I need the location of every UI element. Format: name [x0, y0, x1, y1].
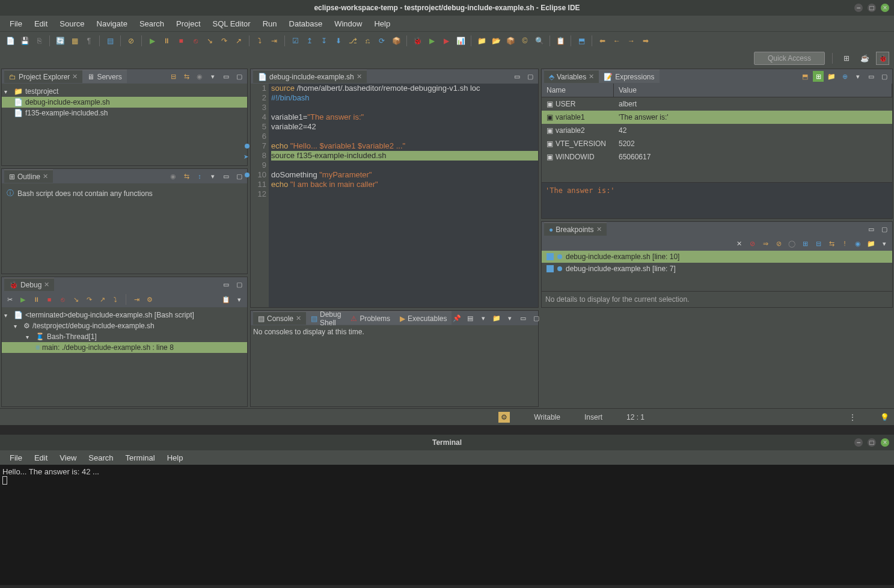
sync-icon[interactable]: ↕ [194, 171, 205, 182]
maximize-icon[interactable]: ▢ [525, 71, 536, 82]
menu-project[interactable]: Project [171, 17, 205, 31]
variable-row[interactable]: ▣WINDOWID 65060617 [542, 150, 892, 164]
expand-icon[interactable]: ⊞ [800, 238, 810, 249]
filter-icon[interactable]: ◉ [853, 238, 863, 249]
commit-icon[interactable]: ☑ [289, 34, 302, 47]
debug-perspective-icon[interactable]: 🐞 [876, 52, 889, 65]
pin-icon[interactable]: 📌 [452, 313, 462, 323]
file-node-2[interactable]: 📄 f135-example-included.sh [2, 108, 247, 118]
code-editor[interactable]: 1 2 3 4 5 6 7 ➤8 9 10 11 12 source /home… [251, 84, 538, 307]
checkbox-icon[interactable] [547, 253, 554, 260]
back-history-icon[interactable]: ← [610, 34, 623, 47]
profile-icon[interactable]: 📊 [454, 34, 467, 47]
open-perspective-icon[interactable]: ⊞ [840, 52, 853, 65]
disable-icon[interactable]: ◯ [786, 238, 797, 249]
maximize-button[interactable]: □ [868, 4, 876, 12]
script-icon[interactable]: ▤ [103, 34, 117, 47]
menu-source[interactable]: Source [55, 17, 89, 31]
forward-icon[interactable]: → [625, 34, 638, 47]
close-icon[interactable]: ✕ [44, 281, 49, 289]
ext-run-icon[interactable]: ▶ [439, 34, 453, 47]
debug-last-icon[interactable]: 📋 [221, 294, 231, 305]
terminate-icon[interactable]: ■ [174, 34, 188, 47]
menu-database[interactable]: Database [284, 17, 328, 31]
remove-terminated-icon[interactable]: ✂ [4, 294, 15, 305]
resume-icon[interactable]: ▶ [17, 294, 28, 305]
close-icon[interactable]: ✕ [43, 173, 48, 180]
step-return-icon[interactable]: ↗ [97, 294, 108, 305]
suspend-icon[interactable]: ⏸ [160, 34, 173, 47]
drop-frame-icon[interactable]: ⤵ [110, 294, 121, 305]
para-icon[interactable]: ¶ [82, 34, 96, 47]
menu-navigate[interactable]: Navigate [92, 17, 132, 31]
rebase-icon[interactable]: ⟳ [375, 34, 388, 47]
branch-icon[interactable]: ⎇ [346, 34, 360, 47]
minimize-icon[interactable]: ▭ [221, 279, 231, 290]
term-menu-edit[interactable]: Edit [29, 451, 52, 465]
step-return-icon[interactable]: ↗ [232, 34, 245, 47]
switch-icon[interactable]: 🔄 [54, 34, 67, 47]
back-icon[interactable]: ⬅ [596, 34, 609, 47]
executables-tab[interactable]: ▶ Executables [395, 311, 452, 325]
filters-icon[interactable]: ⚙ [144, 294, 155, 305]
link-icon[interactable]: ⇆ [826, 238, 837, 249]
step-into-icon[interactable]: ↘ [203, 34, 216, 47]
stash-icon[interactable]: 📦 [390, 34, 403, 47]
collapse-icon[interactable]: ⊟ [813, 238, 824, 249]
view-menu-icon[interactable]: ▾ [879, 238, 890, 249]
build-icon[interactable]: ▦ [68, 34, 81, 47]
chevron-down-icon[interactable]: ▾ [4, 312, 11, 319]
menu-edit[interactable]: Edit [29, 17, 52, 31]
debug-tab[interactable]: 🐞 Debug ✕ [4, 278, 54, 291]
project-explorer-tab[interactable]: 🗀 Project Explorer ✕ [4, 70, 82, 83]
remove-all-icon[interactable]: ⊘ [747, 238, 758, 249]
open-task-icon[interactable]: 📋 [554, 34, 567, 47]
chevron-down-icon[interactable]: ▾ [4, 88, 11, 95]
chevron-down-icon[interactable]: ▾ [26, 334, 33, 340]
close-button[interactable]: × [881, 4, 889, 12]
term-menu-help[interactable]: Help [162, 451, 188, 465]
terminal-maximize-button[interactable]: □ [868, 438, 876, 447]
step-over-icon[interactable]: ↷ [218, 34, 231, 47]
menu-run[interactable]: Run [258, 17, 282, 31]
breakpoint-row[interactable]: debug-include-example.sh [line: 10] [542, 251, 892, 263]
maximize-icon[interactable]: ▢ [234, 279, 245, 290]
close-icon[interactable]: ✕ [589, 73, 594, 81]
focus-icon[interactable]: ◉ [168, 171, 179, 182]
debug-shell-tab[interactable]: ▤ Debug Shell [306, 311, 346, 325]
minimize-button[interactable]: − [854, 4, 863, 12]
debug-terminated-node[interactable]: ▾ 📄 <terminated>debug-include-example.sh… [2, 310, 247, 320]
disconnect-icon[interactable]: ⎋ [57, 294, 68, 305]
goto-icon[interactable]: ⇒ [760, 238, 771, 249]
suspend-icon[interactable]: ⏸ [31, 294, 41, 305]
variable-row[interactable]: ▣variable2 42 [542, 124, 892, 137]
variable-row[interactable]: ▣variable1 'The answer is:' [542, 111, 892, 124]
open-console-icon[interactable]: 📁 [491, 313, 502, 323]
variable-row[interactable]: ▣VTE_VERSION 5202 [542, 137, 892, 150]
maximize-icon[interactable]: ▢ [234, 71, 245, 82]
project-node[interactable]: ▾ 📁 testproject [2, 86, 247, 97]
step-over-icon[interactable]: ↷ [84, 294, 94, 305]
term-menu-search[interactable]: Search [84, 451, 118, 465]
expressions-tab[interactable]: 📝 Expressions [599, 70, 659, 83]
collapse-icon[interactable]: 📁 [826, 71, 837, 82]
new-package-icon[interactable]: 📦 [504, 34, 517, 47]
term-menu-file[interactable]: File [5, 451, 27, 465]
menu-window[interactable]: Window [329, 17, 367, 31]
console-tab[interactable]: ▤ Console ✕ [253, 311, 306, 325]
quick-access-field[interactable]: Quick Access [754, 52, 825, 65]
breakpoint-marker-icon[interactable] [245, 144, 250, 149]
focus-task-icon[interactable]: ◉ [194, 71, 205, 82]
col-value[interactable]: Value [614, 84, 892, 97]
view-menu-icon[interactable]: ▾ [853, 71, 863, 82]
breakpoint-row[interactable]: debug-include-example.sh [line: 7] [542, 263, 892, 275]
merge-icon[interactable]: ⎌ [361, 34, 374, 47]
terminal-body[interactable]: Hello... The answer is: 42 ... [0, 465, 894, 585]
servers-tab[interactable]: 🖥 Servers [82, 70, 126, 83]
close-icon[interactable]: ✕ [72, 73, 78, 81]
open-type-icon[interactable]: 📂 [489, 34, 503, 47]
dropdown-icon[interactable]: ▾ [504, 313, 515, 323]
fetch-icon[interactable]: ⬇ [332, 34, 345, 47]
view-menu-icon[interactable]: ▾ [207, 171, 218, 182]
status-smart-insert-icon[interactable]: ⚙ [498, 412, 510, 423]
